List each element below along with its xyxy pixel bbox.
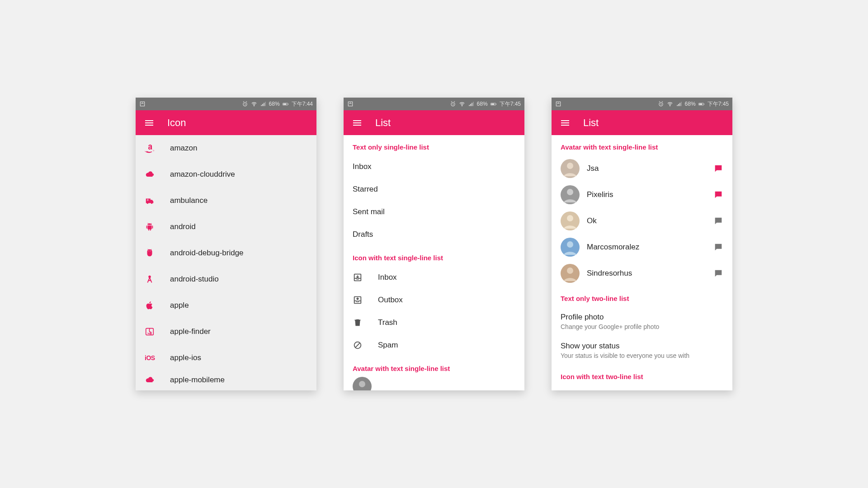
list-item-inbox-icon[interactable]: Inbox: [344, 266, 524, 289]
list-item-starred[interactable]: Starred: [344, 178, 524, 201]
app-bar: Icon: [136, 110, 316, 135]
avatar: [561, 238, 580, 257]
list-item-label: Starred: [353, 185, 378, 194]
svg-rect-27: [353, 125, 361, 126]
battery-percent: 68%: [269, 101, 280, 107]
menu-icon[interactable]: [144, 117, 155, 128]
contact-name: Pixeliris: [587, 190, 613, 199]
list-item-outbox-icon[interactable]: Outbox: [344, 289, 524, 311]
app-bar: List: [552, 110, 732, 135]
svg-rect-41: [699, 103, 702, 105]
svg-rect-20: [472, 103, 472, 106]
icon-row-apple-finder[interactable]: apple-finder: [136, 319, 316, 345]
alarm-icon: [450, 101, 456, 107]
phone-screen-list-1: 68% 下午7:45 List Text only single-line li…: [344, 98, 524, 390]
icon-row-label: apple-ios: [170, 353, 201, 362]
icon-row-label: apple-finder: [170, 327, 211, 336]
svg-rect-39: [681, 102, 682, 106]
two-line-profile-photo[interactable]: Profile photo Change your Google+ profil…: [552, 307, 732, 336]
list-item-spam-icon[interactable]: Spam: [344, 334, 524, 357]
list-item-drafts[interactable]: Drafts: [344, 223, 524, 246]
list-item-sent[interactable]: Sent mail: [344, 201, 524, 223]
page-title: List: [583, 117, 599, 129]
status-bar: 68% 下午7:45: [552, 98, 732, 110]
list-item-avatar-peek[interactable]: [344, 377, 524, 390]
svg-rect-44: [561, 122, 569, 123]
icon-row-label: apple: [170, 301, 189, 310]
list-item-trash-icon[interactable]: Trash: [344, 311, 524, 334]
signal-icon: [260, 101, 266, 107]
clock-text: 下午7:45: [500, 100, 521, 108]
contact-row-jsa[interactable]: Jsa: [552, 155, 732, 182]
svg-point-47: [567, 163, 573, 169]
icon-row-label: amazon: [170, 144, 197, 153]
android-icon: [145, 222, 163, 232]
svg-rect-11: [145, 122, 153, 123]
avatar: [561, 159, 580, 178]
battery-icon: [698, 101, 705, 107]
ios-icon: iOS: [145, 354, 163, 361]
chat-icon[interactable]: [713, 269, 723, 278]
contact-name: Marcosmoralez: [587, 243, 639, 252]
mobileme-icon: [145, 375, 163, 385]
chat-icon[interactable]: [713, 216, 723, 225]
two-line-show-status[interactable]: Show your status Your status is visible …: [552, 336, 732, 365]
list-item-label: Inbox: [378, 273, 397, 282]
chat-icon[interactable]: [713, 164, 723, 173]
icon-row-ambulance[interactable]: ambulance: [136, 188, 316, 214]
svg-rect-26: [353, 122, 361, 123]
icon-row-label: ambulance: [170, 196, 208, 205]
icon-row-label: amazon-clouddrive: [170, 170, 235, 179]
menu-icon[interactable]: [352, 117, 363, 128]
battery-percent: 68%: [685, 101, 696, 107]
section-text-only: Text only single-line list: [344, 135, 524, 155]
svg-point-2: [254, 106, 254, 106]
svg-rect-45: [561, 125, 569, 126]
chat-icon[interactable]: [713, 243, 723, 252]
section-two-line: Text only two-line list: [552, 286, 732, 307]
icon-row-apple-mobileme[interactable]: apple-mobileme: [136, 371, 316, 389]
page-title: List: [375, 117, 391, 129]
list-item-inbox[interactable]: Inbox: [344, 155, 524, 178]
list-content: Avatar with text single-line list Jsa Pi…: [552, 135, 732, 390]
svg-rect-21: [473, 102, 474, 106]
icon-row-amazon-clouddrive[interactable]: amazon-clouddrive: [136, 161, 316, 188]
clock-text: 下午7:45: [708, 100, 729, 108]
contact-row-ok[interactable]: Ok: [552, 208, 732, 234]
outbox-icon: [353, 295, 371, 305]
list-item-label: Outbox: [378, 296, 403, 305]
svg-point-35: [670, 106, 670, 106]
svg-rect-38: [679, 103, 680, 106]
finder-icon: [145, 327, 163, 337]
icon-row-android-studio[interactable]: android-studio: [136, 266, 316, 292]
icon-row-android[interactable]: android: [136, 214, 316, 240]
adb-icon: [145, 248, 163, 258]
svg-point-51: [567, 215, 573, 221]
icon-row-adb[interactable]: android-debug-bridge: [136, 240, 316, 266]
contact-row-marcosmoralez[interactable]: Marcosmoralez: [552, 234, 732, 260]
phone-screen-list-2: 68% 下午7:45 List Avatar with text single-…: [552, 98, 732, 390]
menu-icon[interactable]: [560, 117, 571, 128]
svg-rect-0: [140, 102, 144, 106]
icon-row-label: android-studio: [170, 275, 219, 284]
ambulance-icon: [145, 196, 163, 206]
amazon-icon: [145, 143, 163, 153]
svg-rect-9: [288, 103, 288, 104]
trash-icon: [353, 318, 371, 328]
list-item-label: Sent mail: [353, 207, 385, 216]
icon-row-amazon[interactable]: amazon: [136, 135, 316, 161]
icon-row-label: android: [170, 222, 196, 231]
contact-row-pixeliris[interactable]: Pixeliris: [552, 182, 732, 208]
svg-point-55: [567, 267, 573, 274]
svg-point-13: [149, 276, 151, 278]
cloud-icon: [145, 169, 163, 179]
icon-row-apple-ios[interactable]: iOS apple-ios: [136, 345, 316, 371]
chat-icon[interactable]: [713, 190, 723, 199]
svg-rect-19: [470, 104, 471, 106]
contact-row-sindresorhus[interactable]: Sindresorhus: [552, 260, 732, 286]
page-title: Icon: [167, 117, 186, 129]
svg-rect-37: [678, 104, 679, 106]
icon-row-apple[interactable]: apple: [136, 292, 316, 319]
svg-point-17: [462, 106, 462, 106]
svg-point-49: [567, 189, 573, 195]
